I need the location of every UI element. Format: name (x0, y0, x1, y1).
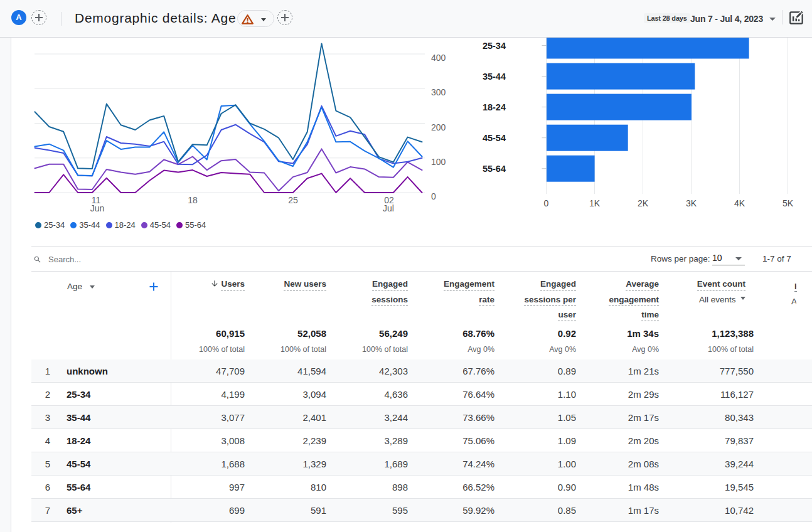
svg-text:25: 25 (288, 195, 298, 205)
svg-text:18-24: 18-24 (483, 102, 506, 112)
svg-text:25-34: 25-34 (483, 41, 506, 51)
svg-text:45-54: 45-54 (483, 133, 506, 143)
svg-text:5K: 5K (783, 198, 794, 208)
svg-text:1K: 1K (589, 198, 601, 208)
svg-text:200: 200 (431, 122, 446, 132)
svg-text:4K: 4K (734, 198, 745, 208)
svg-text:Jun: Jun (90, 203, 105, 213)
svg-text:400: 400 (431, 53, 446, 63)
svg-text:0: 0 (431, 191, 436, 201)
svg-text:35-44: 35-44 (483, 72, 506, 82)
svg-text:Jul: Jul (383, 203, 394, 213)
svg-text:18: 18 (188, 195, 198, 205)
svg-text:55-64: 55-64 (483, 164, 506, 174)
svg-text:0: 0 (544, 198, 549, 208)
svg-text:2K: 2K (638, 198, 649, 208)
svg-text:3K: 3K (686, 198, 697, 208)
svg-text:300: 300 (431, 87, 446, 97)
svg-text:100: 100 (431, 157, 446, 167)
